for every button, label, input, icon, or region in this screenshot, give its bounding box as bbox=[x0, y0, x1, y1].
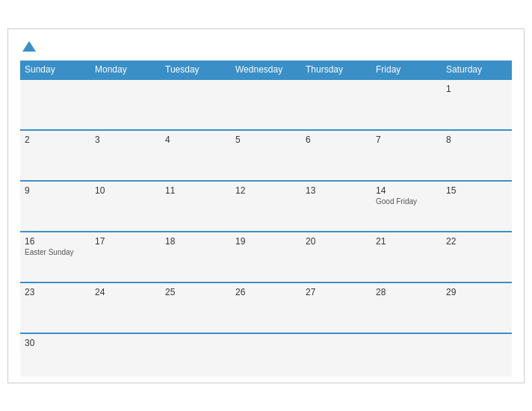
calendar-cell: 20 bbox=[301, 232, 371, 282]
day-number: 6 bbox=[306, 135, 367, 145]
calendar-cell: 11 bbox=[161, 181, 231, 232]
calendar-cell bbox=[20, 79, 90, 130]
calendar-cell bbox=[90, 333, 161, 377]
calendar-cell bbox=[231, 79, 301, 130]
day-number: 11 bbox=[165, 185, 226, 196]
calendar-cell bbox=[371, 333, 442, 377]
day-number: 30 bbox=[25, 338, 86, 348]
day-number: 21 bbox=[376, 236, 437, 247]
week-row-3: 91011121314Good Friday15 bbox=[20, 181, 512, 232]
calendar-cell: 17 bbox=[90, 232, 161, 282]
weekday-header-sunday: Sunday bbox=[20, 61, 90, 79]
calendar-cell: 21 bbox=[371, 232, 442, 282]
calendar-cell: 24 bbox=[90, 282, 161, 333]
day-number: 25 bbox=[165, 287, 226, 297]
weekday-header-wednesday: Wednesday bbox=[231, 61, 301, 79]
day-number: 18 bbox=[165, 236, 226, 247]
calendar-cell bbox=[161, 79, 231, 130]
calendar-cell: 23 bbox=[20, 282, 90, 333]
calendar-cell bbox=[301, 333, 371, 377]
day-number: 9 bbox=[25, 185, 86, 196]
day-number: 19 bbox=[235, 236, 297, 247]
calendar-cell: 3 bbox=[90, 130, 161, 181]
calendar-cell: 16Easter Sunday bbox=[20, 232, 90, 282]
logo bbox=[20, 41, 36, 52]
day-number: 7 bbox=[376, 135, 437, 145]
calendar-cell: 1 bbox=[442, 79, 512, 130]
calendar-cell: 25 bbox=[161, 282, 231, 333]
calendar-cell: 14Good Friday bbox=[371, 181, 442, 232]
calendar-cell bbox=[90, 79, 161, 130]
day-number: 23 bbox=[25, 287, 86, 297]
holiday-label: Easter Sunday bbox=[25, 248, 86, 256]
day-number: 22 bbox=[446, 236, 507, 247]
day-number: 14 bbox=[376, 185, 437, 196]
week-row-1: 1 bbox=[20, 79, 512, 130]
calendar-cell: 27 bbox=[301, 282, 371, 333]
calendar-cell bbox=[442, 333, 512, 377]
calendar-cell: 5 bbox=[231, 130, 301, 181]
day-number: 13 bbox=[306, 185, 367, 196]
calendar-cell: 26 bbox=[231, 282, 301, 333]
weekday-header-friday: Friday bbox=[371, 61, 442, 79]
weekday-header-monday: Monday bbox=[90, 61, 161, 79]
day-number: 24 bbox=[95, 287, 156, 297]
day-number: 1 bbox=[446, 84, 507, 94]
day-number: 5 bbox=[235, 135, 297, 145]
day-number: 15 bbox=[446, 185, 507, 196]
calendar-cell: 28 bbox=[371, 282, 442, 333]
day-number: 16 bbox=[25, 236, 86, 247]
week-row-5: 23242526272829 bbox=[20, 282, 512, 333]
week-row-6: 30 bbox=[20, 333, 512, 377]
calendar-cell bbox=[301, 79, 371, 130]
day-number: 17 bbox=[95, 236, 156, 247]
calendar-cell: 22 bbox=[442, 232, 512, 282]
svg-marker-0 bbox=[22, 41, 36, 52]
calendar-cell: 6 bbox=[301, 130, 371, 181]
day-number: 8 bbox=[446, 135, 507, 145]
calendar-cell: 9 bbox=[20, 181, 90, 232]
calendar-cell bbox=[231, 333, 301, 377]
week-row-2: 2345678 bbox=[20, 130, 512, 181]
weekday-header-thursday: Thursday bbox=[301, 61, 371, 79]
weekday-header-saturday: Saturday bbox=[442, 61, 512, 79]
calendar-cell: 19 bbox=[231, 232, 301, 282]
calendar-cell: 7 bbox=[371, 130, 442, 181]
calendar-cell: 12 bbox=[231, 181, 301, 232]
calendar-cell: 13 bbox=[301, 181, 371, 232]
day-number: 20 bbox=[306, 236, 367, 247]
weekday-header-tuesday: Tuesday bbox=[161, 61, 231, 79]
day-number: 4 bbox=[165, 135, 226, 145]
day-number: 2 bbox=[25, 135, 86, 145]
week-row-4: 16Easter Sunday171819202122 bbox=[20, 232, 512, 282]
calendar-cell: 10 bbox=[90, 181, 161, 232]
calendar-cell bbox=[161, 333, 231, 377]
day-number: 12 bbox=[235, 185, 297, 196]
calendar-cell: 2 bbox=[20, 130, 90, 181]
day-number: 26 bbox=[235, 287, 297, 297]
calendar-cell: 29 bbox=[442, 282, 512, 333]
calendar-header bbox=[20, 41, 512, 52]
day-number: 3 bbox=[95, 135, 156, 145]
calendar-cell: 30 bbox=[20, 333, 90, 377]
day-number: 27 bbox=[306, 287, 367, 297]
calendar-table: SundayMondayTuesdayWednesdayThursdayFrid… bbox=[20, 61, 512, 377]
calendar-cell: 15 bbox=[442, 181, 512, 232]
calendar-cell: 8 bbox=[442, 130, 512, 181]
holiday-label: Good Friday bbox=[376, 197, 437, 206]
calendar-container: SundayMondayTuesdayWednesdayThursdayFrid… bbox=[7, 28, 525, 383]
calendar-cell: 18 bbox=[161, 232, 231, 282]
calendar-cell: 4 bbox=[161, 130, 231, 181]
day-number: 29 bbox=[446, 287, 507, 297]
logo-icon bbox=[22, 41, 36, 52]
calendar-cell bbox=[371, 79, 442, 130]
day-number: 10 bbox=[95, 185, 156, 196]
day-number: 28 bbox=[376, 287, 437, 297]
weekday-header-row: SundayMondayTuesdayWednesdayThursdayFrid… bbox=[20, 61, 512, 79]
